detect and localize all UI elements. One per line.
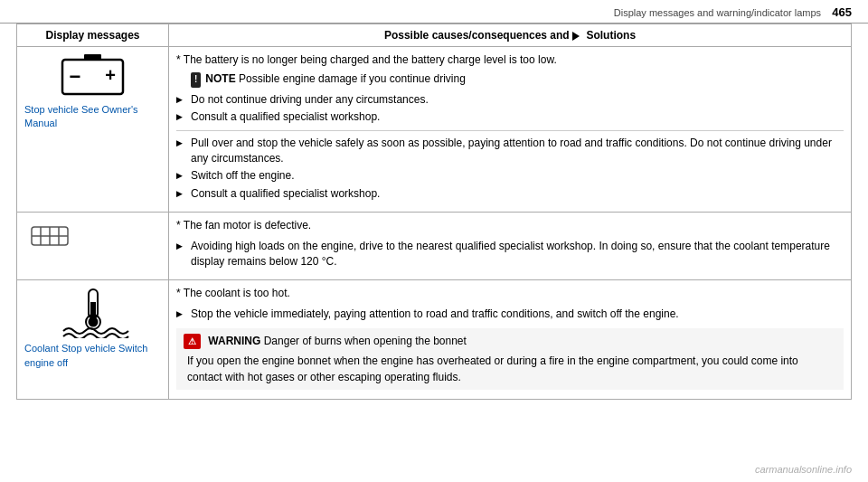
causes-cell-coolant: The coolant is too hot. Stop the vehicle…	[169, 280, 852, 400]
warning-box: ⚠ WARNING Danger of burns when opening t…	[176, 328, 844, 390]
svg-text:+: +	[105, 65, 116, 85]
bullet-list-battery-1: Do not continue driving under any circum…	[176, 91, 844, 127]
causes-cell-fan: The fan motor is defective. Avoiding hig…	[169, 213, 852, 280]
warning-subtitle: Danger of burns when opening the bonnet	[264, 335, 467, 347]
table-row: Coolant Stop vehicle Switch engine off T…	[17, 280, 852, 400]
list-item: Do not continue driving under any circum…	[176, 91, 844, 109]
bullet-list-battery-2: Pull over and stop the vehicle safely as…	[176, 135, 844, 203]
list-item: Consult a qualified specialist workshop.	[176, 185, 844, 203]
svg-text:−: −	[70, 65, 81, 88]
list-item: Consult a qualified specialist workshop.	[176, 109, 844, 126]
svg-rect-1	[84, 54, 101, 61]
content-table: Display messages Possible causes/consequ…	[16, 24, 852, 400]
col-header-display: Display messages	[17, 24, 169, 47]
warning-icon: ⚠	[184, 334, 201, 349]
note-box-battery: ! NOTE Possible engine damage if you con…	[191, 71, 844, 88]
battery-icon: − +	[59, 52, 127, 99]
triangle-icon	[572, 32, 580, 41]
list-item: Pull over and stop the vehicle safely as…	[176, 135, 844, 168]
battery-label: Stop vehicle See Owner's Manual	[24, 103, 161, 131]
display-cell-fan	[17, 213, 169, 280]
star-text-coolant: The coolant is too hot.	[176, 286, 844, 301]
fan-icon	[30, 222, 70, 250]
star-text-fan: The fan motor is defective.	[176, 218, 844, 233]
warning-body: If you open the engine bonnet when the e…	[184, 353, 836, 385]
col-header-causes: Possible causes/consequences and Solutio…	[169, 24, 852, 47]
page-header: Display messages and warning/indicator l…	[0, 0, 868, 24]
list-item: Avoiding high loads on the engine, drive…	[176, 238, 844, 271]
note-icon: !	[191, 72, 201, 88]
display-cell-battery: − + Stop vehicle See Owner's Manual	[17, 47, 169, 213]
header-title: Display messages and warning/indicator l…	[614, 7, 821, 18]
table-row: − + Stop vehicle See Owner's Manual The …	[17, 47, 852, 213]
solutions-label: Solutions	[586, 29, 636, 42]
bullet-list-coolant: Stop the vehicle immediately, paying att…	[176, 306, 844, 323]
list-item: Switch off the engine.	[176, 167, 844, 184]
bullet-list-fan: Avoiding high loads on the engine, drive…	[176, 238, 844, 271]
coolant-icon	[56, 286, 130, 338]
display-cell-coolant: Coolant Stop vehicle Switch engine off	[17, 280, 169, 400]
list-item: Stop the vehicle immediately, paying att…	[176, 306, 844, 323]
watermark: carmanualsonline.info	[755, 464, 852, 475]
page-number: 465	[832, 5, 852, 19]
warning-title: WARNING	[208, 335, 260, 347]
coolant-label: Coolant Stop vehicle Switch engine off	[24, 342, 161, 370]
svg-point-12	[88, 317, 98, 327]
causes-cell-battery: The battery is no longer being charged a…	[169, 47, 852, 213]
star-text-battery: The battery is no longer being charged a…	[176, 52, 844, 68]
table-row: The fan motor is defective. Avoiding hig…	[17, 213, 852, 280]
